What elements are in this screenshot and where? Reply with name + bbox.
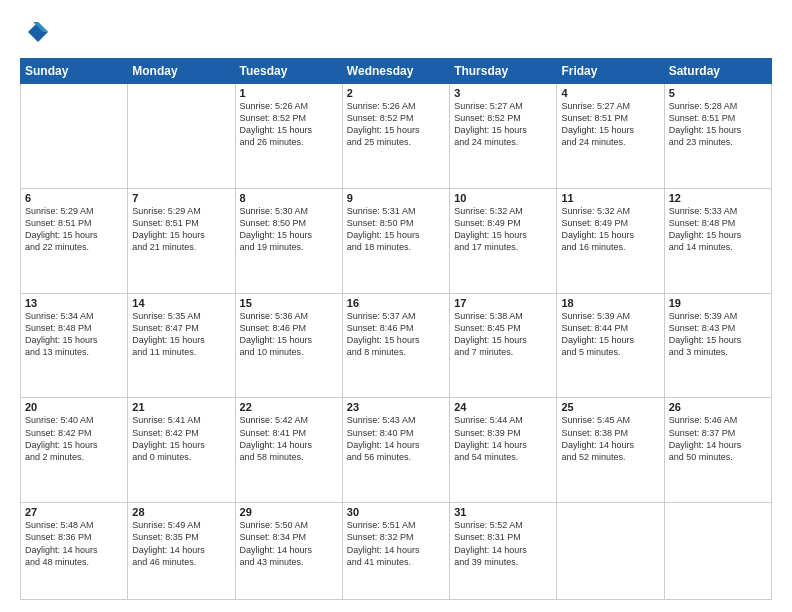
day-info: Sunrise: 5:49 AM Sunset: 8:35 PM Dayligh… xyxy=(132,519,230,568)
calendar-table: SundayMondayTuesdayWednesdayThursdayFrid… xyxy=(20,58,772,600)
day-number: 1 xyxy=(240,87,338,99)
calendar-cell: 31Sunrise: 5:52 AM Sunset: 8:31 PM Dayli… xyxy=(450,503,557,600)
calendar-cell: 30Sunrise: 5:51 AM Sunset: 8:32 PM Dayli… xyxy=(342,503,449,600)
day-info: Sunrise: 5:28 AM Sunset: 8:51 PM Dayligh… xyxy=(669,100,767,149)
header xyxy=(20,18,772,48)
day-info: Sunrise: 5:26 AM Sunset: 8:52 PM Dayligh… xyxy=(240,100,338,149)
calendar-cell: 15Sunrise: 5:36 AM Sunset: 8:46 PM Dayli… xyxy=(235,293,342,398)
day-info: Sunrise: 5:27 AM Sunset: 8:52 PM Dayligh… xyxy=(454,100,552,149)
week-row-1: 1Sunrise: 5:26 AM Sunset: 8:52 PM Daylig… xyxy=(21,84,772,189)
weekday-header-tuesday: Tuesday xyxy=(235,59,342,84)
day-info: Sunrise: 5:39 AM Sunset: 8:43 PM Dayligh… xyxy=(669,310,767,359)
day-number: 21 xyxy=(132,401,230,413)
day-info: Sunrise: 5:35 AM Sunset: 8:47 PM Dayligh… xyxy=(132,310,230,359)
day-info: Sunrise: 5:27 AM Sunset: 8:51 PM Dayligh… xyxy=(561,100,659,149)
calendar-cell: 13Sunrise: 5:34 AM Sunset: 8:48 PM Dayli… xyxy=(21,293,128,398)
week-row-4: 20Sunrise: 5:40 AM Sunset: 8:42 PM Dayli… xyxy=(21,398,772,503)
day-number: 6 xyxy=(25,192,123,204)
week-row-3: 13Sunrise: 5:34 AM Sunset: 8:48 PM Dayli… xyxy=(21,293,772,398)
day-info: Sunrise: 5:32 AM Sunset: 8:49 PM Dayligh… xyxy=(454,205,552,254)
calendar-cell: 26Sunrise: 5:46 AM Sunset: 8:37 PM Dayli… xyxy=(664,398,771,503)
day-number: 17 xyxy=(454,297,552,309)
day-number: 13 xyxy=(25,297,123,309)
calendar-cell: 29Sunrise: 5:50 AM Sunset: 8:34 PM Dayli… xyxy=(235,503,342,600)
calendar-cell: 27Sunrise: 5:48 AM Sunset: 8:36 PM Dayli… xyxy=(21,503,128,600)
calendar-cell: 2Sunrise: 5:26 AM Sunset: 8:52 PM Daylig… xyxy=(342,84,449,189)
day-number: 3 xyxy=(454,87,552,99)
day-number: 10 xyxy=(454,192,552,204)
calendar-cell: 6Sunrise: 5:29 AM Sunset: 8:51 PM Daylig… xyxy=(21,188,128,293)
day-info: Sunrise: 5:43 AM Sunset: 8:40 PM Dayligh… xyxy=(347,414,445,463)
calendar-cell: 9Sunrise: 5:31 AM Sunset: 8:50 PM Daylig… xyxy=(342,188,449,293)
day-number: 27 xyxy=(25,506,123,518)
day-info: Sunrise: 5:26 AM Sunset: 8:52 PM Dayligh… xyxy=(347,100,445,149)
day-info: Sunrise: 5:48 AM Sunset: 8:36 PM Dayligh… xyxy=(25,519,123,568)
calendar-cell: 1Sunrise: 5:26 AM Sunset: 8:52 PM Daylig… xyxy=(235,84,342,189)
day-number: 16 xyxy=(347,297,445,309)
day-number: 22 xyxy=(240,401,338,413)
calendar-cell xyxy=(664,503,771,600)
day-info: Sunrise: 5:39 AM Sunset: 8:44 PM Dayligh… xyxy=(561,310,659,359)
day-number: 9 xyxy=(347,192,445,204)
calendar-cell: 11Sunrise: 5:32 AM Sunset: 8:49 PM Dayli… xyxy=(557,188,664,293)
day-number: 23 xyxy=(347,401,445,413)
day-number: 7 xyxy=(132,192,230,204)
day-info: Sunrise: 5:45 AM Sunset: 8:38 PM Dayligh… xyxy=(561,414,659,463)
day-info: Sunrise: 5:34 AM Sunset: 8:48 PM Dayligh… xyxy=(25,310,123,359)
day-number: 28 xyxy=(132,506,230,518)
calendar-cell: 8Sunrise: 5:30 AM Sunset: 8:50 PM Daylig… xyxy=(235,188,342,293)
calendar-cell: 17Sunrise: 5:38 AM Sunset: 8:45 PM Dayli… xyxy=(450,293,557,398)
day-info: Sunrise: 5:41 AM Sunset: 8:42 PM Dayligh… xyxy=(132,414,230,463)
day-info: Sunrise: 5:31 AM Sunset: 8:50 PM Dayligh… xyxy=(347,205,445,254)
day-number: 26 xyxy=(669,401,767,413)
day-number: 4 xyxy=(561,87,659,99)
calendar-cell: 28Sunrise: 5:49 AM Sunset: 8:35 PM Dayli… xyxy=(128,503,235,600)
logo xyxy=(20,18,54,48)
day-info: Sunrise: 5:30 AM Sunset: 8:50 PM Dayligh… xyxy=(240,205,338,254)
day-info: Sunrise: 5:29 AM Sunset: 8:51 PM Dayligh… xyxy=(132,205,230,254)
weekday-header-friday: Friday xyxy=(557,59,664,84)
day-info: Sunrise: 5:46 AM Sunset: 8:37 PM Dayligh… xyxy=(669,414,767,463)
weekday-header-monday: Monday xyxy=(128,59,235,84)
day-info: Sunrise: 5:40 AM Sunset: 8:42 PM Dayligh… xyxy=(25,414,123,463)
calendar-cell xyxy=(21,84,128,189)
calendar-cell: 24Sunrise: 5:44 AM Sunset: 8:39 PM Dayli… xyxy=(450,398,557,503)
calendar-cell: 10Sunrise: 5:32 AM Sunset: 8:49 PM Dayli… xyxy=(450,188,557,293)
day-info: Sunrise: 5:38 AM Sunset: 8:45 PM Dayligh… xyxy=(454,310,552,359)
calendar-cell: 14Sunrise: 5:35 AM Sunset: 8:47 PM Dayli… xyxy=(128,293,235,398)
weekday-header-saturday: Saturday xyxy=(664,59,771,84)
calendar-cell xyxy=(557,503,664,600)
day-number: 25 xyxy=(561,401,659,413)
calendar-cell: 16Sunrise: 5:37 AM Sunset: 8:46 PM Dayli… xyxy=(342,293,449,398)
calendar-cell: 23Sunrise: 5:43 AM Sunset: 8:40 PM Dayli… xyxy=(342,398,449,503)
day-info: Sunrise: 5:44 AM Sunset: 8:39 PM Dayligh… xyxy=(454,414,552,463)
day-info: Sunrise: 5:37 AM Sunset: 8:46 PM Dayligh… xyxy=(347,310,445,359)
calendar-cell: 21Sunrise: 5:41 AM Sunset: 8:42 PM Dayli… xyxy=(128,398,235,503)
calendar-cell xyxy=(128,84,235,189)
day-number: 31 xyxy=(454,506,552,518)
day-info: Sunrise: 5:42 AM Sunset: 8:41 PM Dayligh… xyxy=(240,414,338,463)
day-number: 12 xyxy=(669,192,767,204)
weekday-header-sunday: Sunday xyxy=(21,59,128,84)
weekday-header-wednesday: Wednesday xyxy=(342,59,449,84)
calendar-cell: 22Sunrise: 5:42 AM Sunset: 8:41 PM Dayli… xyxy=(235,398,342,503)
day-info: Sunrise: 5:33 AM Sunset: 8:48 PM Dayligh… xyxy=(669,205,767,254)
weekday-header-thursday: Thursday xyxy=(450,59,557,84)
day-info: Sunrise: 5:32 AM Sunset: 8:49 PM Dayligh… xyxy=(561,205,659,254)
day-number: 15 xyxy=(240,297,338,309)
calendar-cell: 7Sunrise: 5:29 AM Sunset: 8:51 PM Daylig… xyxy=(128,188,235,293)
week-row-5: 27Sunrise: 5:48 AM Sunset: 8:36 PM Dayli… xyxy=(21,503,772,600)
day-info: Sunrise: 5:51 AM Sunset: 8:32 PM Dayligh… xyxy=(347,519,445,568)
week-row-2: 6Sunrise: 5:29 AM Sunset: 8:51 PM Daylig… xyxy=(21,188,772,293)
day-info: Sunrise: 5:52 AM Sunset: 8:31 PM Dayligh… xyxy=(454,519,552,568)
day-info: Sunrise: 5:29 AM Sunset: 8:51 PM Dayligh… xyxy=(25,205,123,254)
day-number: 30 xyxy=(347,506,445,518)
day-number: 29 xyxy=(240,506,338,518)
day-number: 20 xyxy=(25,401,123,413)
day-number: 19 xyxy=(669,297,767,309)
day-info: Sunrise: 5:36 AM Sunset: 8:46 PM Dayligh… xyxy=(240,310,338,359)
calendar-cell: 18Sunrise: 5:39 AM Sunset: 8:44 PM Dayli… xyxy=(557,293,664,398)
day-number: 24 xyxy=(454,401,552,413)
day-number: 11 xyxy=(561,192,659,204)
calendar-cell: 12Sunrise: 5:33 AM Sunset: 8:48 PM Dayli… xyxy=(664,188,771,293)
